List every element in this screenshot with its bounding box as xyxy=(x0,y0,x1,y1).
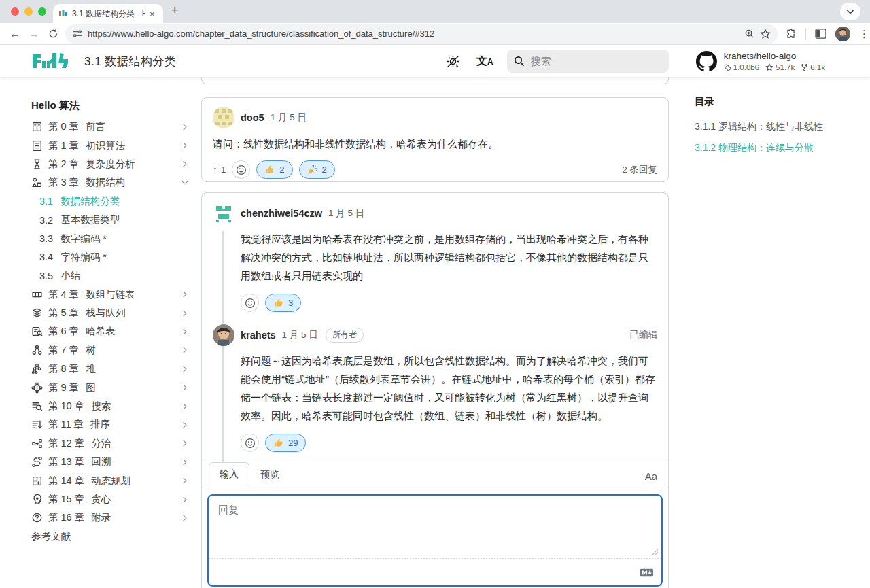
greedy-icon xyxy=(31,494,43,505)
reply-date[interactable]: 1 月 5 日 xyxy=(282,329,318,341)
sidebar-item-chapter-16[interactable]: 第 16 章 附录 xyxy=(31,508,193,527)
sidebar-item-chapter-4[interactable]: 第 4 章 数组与链表 xyxy=(31,286,193,304)
toc-item-3.1.2[interactable]: 3.1.2 物理结构：连续与分散 xyxy=(695,137,858,158)
toc-item-3.1.1[interactable]: 3.1.1 逻辑结构：线性与非线性 xyxy=(695,116,858,137)
avatar[interactable] xyxy=(213,107,234,128)
stack-icon xyxy=(31,307,43,319)
thread-line xyxy=(222,231,224,462)
sidebar-item-chapter-10[interactable]: 第 10 章 搜索 xyxy=(31,397,193,415)
heap-icon xyxy=(31,363,43,375)
resize-handle[interactable] xyxy=(652,549,659,555)
comment-date[interactable]: 1 月 5 日 xyxy=(271,111,307,124)
window-close-button[interactable] xyxy=(11,7,19,16)
sidebar-item-chapter-15[interactable]: 第 15 章 贪心 xyxy=(31,490,193,508)
add-reaction-button[interactable] xyxy=(241,294,259,312)
window-minimize-button[interactable] xyxy=(24,7,33,16)
tab-write[interactable]: 输入 xyxy=(209,462,249,487)
sidebar-item-chapter-13[interactable]: 第 13 章 回溯 xyxy=(31,453,193,471)
reply-author[interactable]: krahets xyxy=(241,330,276,341)
site-header: 3.1 数据结构分类 文A 搜索 krahets/hello-algo 1.0.… xyxy=(0,45,870,77)
sidebar-item-chapter-2[interactable]: 第 2 章 复杂度分析 xyxy=(31,155,193,173)
window-zoom-button[interactable] xyxy=(38,7,46,16)
sidebar-item-chapter-5[interactable]: 第 5 章 栈与队列 xyxy=(31,304,193,322)
reply: chenzhiwei54czw 1 月 5 日 我觉得应该是因为哈希表在没有冲突… xyxy=(213,203,657,312)
sidebar-subitem-3.2[interactable]: 3.2基本数据类型 xyxy=(31,211,193,229)
zoom-page-icon[interactable] xyxy=(744,29,754,39)
sidebar-item-references[interactable]: 参考文献 xyxy=(31,528,193,546)
sidebar-item-chapter-8[interactable]: 第 8 章 堆 xyxy=(31,360,193,378)
sidebar-item-chapter-1[interactable]: 第 1 章 初识算法 xyxy=(31,136,193,154)
upvote-arrow-icon: ↑ xyxy=(213,165,218,175)
sidebar-item-chapter-3[interactable]: 第 3 章 数据结构 xyxy=(31,173,193,192)
add-reaction-button[interactable] xyxy=(241,434,259,452)
chevron-right-icon xyxy=(181,160,189,168)
dp-icon xyxy=(31,475,43,487)
chevron-right-icon xyxy=(181,458,189,466)
sidebar-item-chapter-11[interactable]: 第 11 章 排序 xyxy=(31,415,193,434)
repo-version: 1.0.0b6 xyxy=(724,63,759,71)
reaction-pill-thumbs-up[interactable]: 29 xyxy=(265,434,306,452)
reply-date[interactable]: 1 月 5 日 xyxy=(328,207,364,220)
chevron-down-icon xyxy=(181,179,189,187)
forward-button[interactable]: → xyxy=(24,28,44,40)
url-bar[interactable]: https://www.hello-algo.com/chapter_data_… xyxy=(65,24,778,44)
chevron-right-icon xyxy=(181,290,189,298)
reply-author[interactable]: chenzhiwei54czw xyxy=(241,208,322,219)
sidebar-item-chapter-9[interactable]: 第 9 章 图 xyxy=(31,378,193,396)
tree-icon xyxy=(31,345,43,356)
chevron-right-icon xyxy=(181,346,189,354)
brand-title[interactable]: Hello 算法 xyxy=(31,97,193,115)
reply-body: 我觉得应该是因为哈希表在没有冲突之前，是用数组存储的，当出现哈希冲突之后，有各种… xyxy=(241,230,657,285)
reaction-pill-party-popper[interactable]: 2 xyxy=(299,160,335,179)
text-format-button[interactable]: Aa xyxy=(645,470,657,487)
browser-tab[interactable]: 3.1 数据结构分类 - Hello 算法 × xyxy=(53,4,163,23)
sidebar-item-chapter-0[interactable]: 第 0 章 前言 xyxy=(31,118,193,136)
chevron-right-icon xyxy=(181,421,189,429)
markdown-icon[interactable] xyxy=(640,568,653,577)
chevron-right-icon xyxy=(181,328,189,336)
bookmark-star-icon[interactable] xyxy=(760,29,771,39)
comment-body: 请问：线性数据结构和非线性数据结构，哈希表为什么都存在。 xyxy=(213,137,657,152)
hello-algo-logo[interactable] xyxy=(31,52,71,71)
table-of-contents: 目录 3.1.1 逻辑结构：线性与非线性3.1.2 物理结构：连续与分散 xyxy=(695,95,858,158)
reply-textarea[interactable]: 回复 xyxy=(207,494,663,587)
textarea-placeholder: 回复 xyxy=(218,504,239,517)
sidebar-item-chapter-6[interactable]: 第 6 章 哈希表 xyxy=(31,322,193,341)
avatar[interactable] xyxy=(213,324,234,346)
comment-author[interactable]: doo5 xyxy=(241,112,264,123)
repo-stars: 51.7k xyxy=(765,63,795,71)
reaction-pill-thumbs-up[interactable]: 2 xyxy=(256,160,292,179)
reply: krahets 1 月 5 日 所有者 已编辑 好问题～这因为哈希表底层是数组，… xyxy=(213,324,657,452)
site-settings-icon[interactable] xyxy=(72,29,82,39)
browser-profile-avatar[interactable] xyxy=(835,27,850,41)
reaction-pill-thumbs-up[interactable]: 3 xyxy=(265,294,301,312)
side-panel-icon[interactable] xyxy=(815,29,826,39)
github-repo-link[interactable]: krahets/hello-algo 1.0.0b6 51.7k 6.1k xyxy=(696,51,825,72)
extensions-puzzle-icon[interactable] xyxy=(786,29,797,39)
tab-close-icon[interactable]: × xyxy=(150,9,155,19)
tab-search-button[interactable] xyxy=(840,3,860,20)
back-button[interactable]: ← xyxy=(5,28,24,40)
new-tab-button[interactable]: + xyxy=(171,3,179,18)
theme-toggle-icon[interactable] xyxy=(446,54,460,69)
translate-icon[interactable]: 文A xyxy=(476,54,493,69)
repo-name[interactable]: krahets/hello-algo xyxy=(724,51,825,61)
sidebar-subitem-3.3[interactable]: 3.3数字编码 * xyxy=(31,229,193,247)
reload-button[interactable] xyxy=(44,29,63,39)
sidebar-subitem-3.1[interactable]: 3.1数据结构分类 xyxy=(31,192,193,211)
sidebar-item-chapter-7[interactable]: 第 7 章 树 xyxy=(31,341,193,360)
edited-label: 已编辑 xyxy=(630,329,658,341)
graph-icon xyxy=(31,382,43,394)
search-box[interactable]: 搜索 xyxy=(507,50,669,73)
sidebar-item-chapter-12[interactable]: 第 12 章 分治 xyxy=(31,434,193,453)
sidebar-item-chapter-14[interactable]: 第 14 章 动态规划 xyxy=(31,471,193,489)
browser-menu-icon[interactable]: ⋮ xyxy=(859,28,869,40)
sidebar-subitem-3.4[interactable]: 3.4字符编码 * xyxy=(31,248,193,266)
appendix-icon xyxy=(31,512,43,523)
url-text[interactable]: https://www.hello-algo.com/chapter_data_… xyxy=(88,29,739,39)
sidebar-subitem-3.5[interactable]: 3.5小结 xyxy=(31,266,193,285)
avatar[interactable] xyxy=(213,203,234,224)
tab-preview[interactable]: 预览 xyxy=(249,464,290,487)
upvote-button[interactable]: ↑ 1 xyxy=(213,165,226,175)
add-reaction-button[interactable] xyxy=(232,160,250,179)
